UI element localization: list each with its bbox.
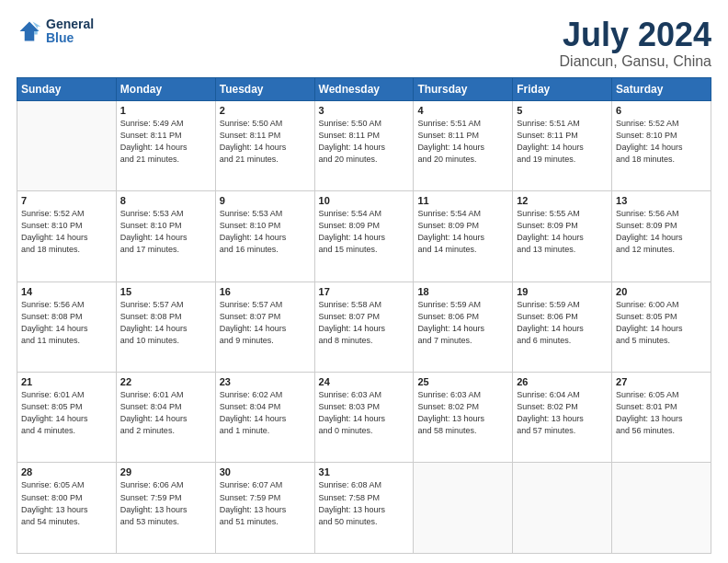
day-number: 3 xyxy=(319,105,410,116)
day-info: Sunrise: 6:01 AM Sunset: 8:04 PM Dayligh… xyxy=(120,389,211,437)
calendar-cell: 10Sunrise: 5:54 AM Sunset: 8:09 PM Dayli… xyxy=(314,191,414,282)
logo: General Blue xyxy=(17,17,94,46)
weekday-header-sunday: Sunday xyxy=(17,77,117,100)
page: General Blue July 2024 Diancun, Gansu, C… xyxy=(0,0,728,563)
day-number: 13 xyxy=(616,195,707,206)
calendar-cell: 8Sunrise: 5:53 AM Sunset: 8:10 PM Daylig… xyxy=(116,191,215,282)
day-info: Sunrise: 5:57 AM Sunset: 8:08 PM Dayligh… xyxy=(120,299,211,347)
day-info: Sunrise: 5:58 AM Sunset: 8:07 PM Dayligh… xyxy=(319,299,410,347)
day-number: 24 xyxy=(319,376,410,387)
day-number: 22 xyxy=(120,376,211,387)
day-number: 15 xyxy=(120,286,211,297)
day-number: 11 xyxy=(417,195,508,206)
day-number: 14 xyxy=(21,286,112,297)
day-info: Sunrise: 5:50 AM Sunset: 8:11 PM Dayligh… xyxy=(319,118,410,166)
day-info: Sunrise: 6:06 AM Sunset: 7:59 PM Dayligh… xyxy=(120,479,211,527)
weekday-header-thursday: Thursday xyxy=(414,77,513,100)
calendar-cell: 4Sunrise: 5:51 AM Sunset: 8:11 PM Daylig… xyxy=(414,100,513,190)
day-number: 9 xyxy=(220,195,311,206)
day-number: 2 xyxy=(220,105,311,116)
logo-text: General Blue xyxy=(46,17,94,46)
calendar-week-4: 21Sunrise: 6:01 AM Sunset: 8:05 PM Dayli… xyxy=(17,373,711,463)
calendar-cell: 25Sunrise: 6:03 AM Sunset: 8:02 PM Dayli… xyxy=(414,373,513,463)
calendar-cell: 16Sunrise: 5:57 AM Sunset: 8:07 PM Dayli… xyxy=(215,282,314,372)
calendar-cell: 13Sunrise: 5:56 AM Sunset: 8:09 PM Dayli… xyxy=(612,191,711,282)
main-title: July 2024 xyxy=(560,17,711,53)
day-info: Sunrise: 5:51 AM Sunset: 8:11 PM Dayligh… xyxy=(517,118,608,166)
day-number: 21 xyxy=(21,376,112,387)
day-number: 1 xyxy=(120,105,211,116)
day-info: Sunrise: 6:03 AM Sunset: 8:03 PM Dayligh… xyxy=(319,389,410,437)
calendar-cell xyxy=(513,463,612,554)
day-info: Sunrise: 5:52 AM Sunset: 8:10 PM Dayligh… xyxy=(21,208,112,256)
calendar-cell: 21Sunrise: 6:01 AM Sunset: 8:05 PM Dayli… xyxy=(17,373,117,463)
calendar-cell: 29Sunrise: 6:06 AM Sunset: 7:59 PM Dayli… xyxy=(116,463,215,554)
weekday-header-tuesday: Tuesday xyxy=(215,77,314,100)
day-info: Sunrise: 5:52 AM Sunset: 8:10 PM Dayligh… xyxy=(616,118,707,166)
weekday-header-wednesday: Wednesday xyxy=(314,77,414,100)
day-info: Sunrise: 5:53 AM Sunset: 8:10 PM Dayligh… xyxy=(120,208,211,256)
day-info: Sunrise: 6:00 AM Sunset: 8:05 PM Dayligh… xyxy=(616,299,707,347)
day-number: 19 xyxy=(517,286,608,297)
day-info: Sunrise: 5:54 AM Sunset: 8:09 PM Dayligh… xyxy=(319,208,410,256)
calendar-week-5: 28Sunrise: 6:05 AM Sunset: 8:00 PM Dayli… xyxy=(17,463,711,554)
calendar-cell: 17Sunrise: 5:58 AM Sunset: 8:07 PM Dayli… xyxy=(314,282,414,372)
day-number: 5 xyxy=(517,105,608,116)
day-number: 20 xyxy=(616,286,707,297)
day-info: Sunrise: 6:07 AM Sunset: 7:59 PM Dayligh… xyxy=(220,479,311,527)
day-number: 28 xyxy=(21,466,112,477)
calendar-cell: 11Sunrise: 5:54 AM Sunset: 8:09 PM Dayli… xyxy=(414,191,513,282)
day-number: 8 xyxy=(120,195,211,206)
day-number: 4 xyxy=(417,105,508,116)
day-number: 29 xyxy=(120,466,211,477)
calendar-cell: 1Sunrise: 5:49 AM Sunset: 8:11 PM Daylig… xyxy=(116,100,215,190)
title-block: July 2024 Diancun, Gansu, China xyxy=(560,17,711,70)
day-info: Sunrise: 5:55 AM Sunset: 8:09 PM Dayligh… xyxy=(517,208,608,256)
day-number: 30 xyxy=(220,466,311,477)
day-number: 31 xyxy=(319,466,410,477)
day-info: Sunrise: 5:53 AM Sunset: 8:10 PM Dayligh… xyxy=(220,208,311,256)
calendar-table: SundayMondayTuesdayWednesdayThursdayFrid… xyxy=(17,77,711,554)
day-info: Sunrise: 6:05 AM Sunset: 8:01 PM Dayligh… xyxy=(616,389,707,437)
day-info: Sunrise: 6:03 AM Sunset: 8:02 PM Dayligh… xyxy=(417,389,508,437)
day-info: Sunrise: 5:56 AM Sunset: 8:09 PM Dayligh… xyxy=(616,208,707,256)
day-info: Sunrise: 6:01 AM Sunset: 8:05 PM Dayligh… xyxy=(21,389,112,437)
day-info: Sunrise: 5:50 AM Sunset: 8:11 PM Dayligh… xyxy=(220,118,311,166)
weekday-header-monday: Monday xyxy=(116,77,215,100)
day-info: Sunrise: 5:59 AM Sunset: 8:06 PM Dayligh… xyxy=(517,299,608,347)
calendar-cell: 9Sunrise: 5:53 AM Sunset: 8:10 PM Daylig… xyxy=(215,191,314,282)
day-info: Sunrise: 5:56 AM Sunset: 8:08 PM Dayligh… xyxy=(21,299,112,347)
calendar-cell: 22Sunrise: 6:01 AM Sunset: 8:04 PM Dayli… xyxy=(116,373,215,463)
weekday-header-friday: Friday xyxy=(513,77,612,100)
day-info: Sunrise: 5:49 AM Sunset: 8:11 PM Dayligh… xyxy=(120,118,211,166)
day-info: Sunrise: 5:54 AM Sunset: 8:09 PM Dayligh… xyxy=(417,208,508,256)
subtitle: Diancun, Gansu, China xyxy=(560,53,711,70)
day-number: 16 xyxy=(220,286,311,297)
calendar-cell: 6Sunrise: 5:52 AM Sunset: 8:10 PM Daylig… xyxy=(612,100,711,190)
calendar-cell: 31Sunrise: 6:08 AM Sunset: 7:58 PM Dayli… xyxy=(314,463,414,554)
calendar-cell: 28Sunrise: 6:05 AM Sunset: 8:00 PM Dayli… xyxy=(17,463,117,554)
calendar-cell: 20Sunrise: 6:00 AM Sunset: 8:05 PM Dayli… xyxy=(612,282,711,372)
day-info: Sunrise: 5:59 AM Sunset: 8:06 PM Dayligh… xyxy=(417,299,508,347)
day-number: 6 xyxy=(616,105,707,116)
day-info: Sunrise: 6:05 AM Sunset: 8:00 PM Dayligh… xyxy=(21,479,112,527)
calendar-cell: 2Sunrise: 5:50 AM Sunset: 8:11 PM Daylig… xyxy=(215,100,314,190)
day-info: Sunrise: 6:08 AM Sunset: 7:58 PM Dayligh… xyxy=(319,479,410,527)
calendar-cell: 15Sunrise: 5:57 AM Sunset: 8:08 PM Dayli… xyxy=(116,282,215,372)
day-number: 26 xyxy=(517,376,608,387)
calendar-cell: 19Sunrise: 5:59 AM Sunset: 8:06 PM Dayli… xyxy=(513,282,612,372)
calendar-cell: 26Sunrise: 6:04 AM Sunset: 8:02 PM Dayli… xyxy=(513,373,612,463)
calendar-cell: 3Sunrise: 5:50 AM Sunset: 8:11 PM Daylig… xyxy=(314,100,414,190)
calendar-cell: 5Sunrise: 5:51 AM Sunset: 8:11 PM Daylig… xyxy=(513,100,612,190)
calendar-week-1: 1Sunrise: 5:49 AM Sunset: 8:11 PM Daylig… xyxy=(17,100,711,190)
weekday-header-saturday: Saturday xyxy=(612,77,711,100)
calendar-cell xyxy=(612,463,711,554)
day-number: 12 xyxy=(517,195,608,206)
day-number: 7 xyxy=(21,195,112,206)
day-number: 18 xyxy=(417,286,508,297)
calendar-cell: 24Sunrise: 6:03 AM Sunset: 8:03 PM Dayli… xyxy=(314,373,414,463)
day-number: 17 xyxy=(319,286,410,297)
calendar-week-2: 7Sunrise: 5:52 AM Sunset: 8:10 PM Daylig… xyxy=(17,191,711,282)
calendar-cell: 27Sunrise: 6:05 AM Sunset: 8:01 PM Dayli… xyxy=(612,373,711,463)
calendar-week-3: 14Sunrise: 5:56 AM Sunset: 8:08 PM Dayli… xyxy=(17,282,711,372)
